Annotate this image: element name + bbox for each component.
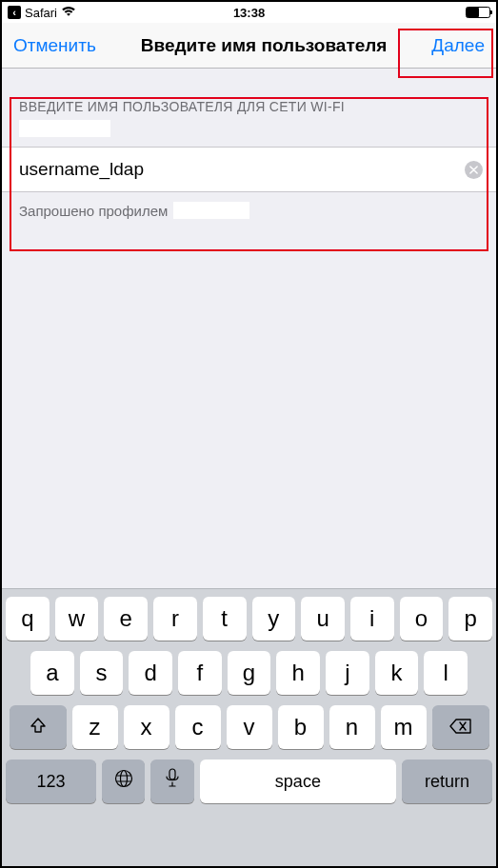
keyboard-row-4: 123 space return bbox=[6, 760, 492, 803]
key-q[interactable]: q bbox=[6, 597, 50, 641]
key-space[interactable]: space bbox=[200, 760, 396, 803]
status-bar: ‹ Safari 13:38 bbox=[2, 2, 496, 23]
close-icon bbox=[469, 161, 478, 178]
microphone-icon bbox=[165, 768, 180, 795]
backspace-icon bbox=[449, 714, 472, 740]
svg-rect-2 bbox=[169, 769, 175, 779]
next-button[interactable]: Далее bbox=[431, 35, 485, 56]
key-c[interactable]: c bbox=[175, 705, 221, 749]
key-m[interactable]: m bbox=[381, 705, 427, 749]
redacted-profile-name bbox=[173, 202, 249, 219]
key-v[interactable]: v bbox=[227, 705, 272, 749]
battery-icon bbox=[466, 7, 490, 18]
username-row[interactable] bbox=[2, 147, 496, 192]
footer-prefix: Запрошено профилем bbox=[19, 203, 168, 219]
key-i[interactable]: i bbox=[350, 597, 394, 641]
key-g[interactable]: g bbox=[228, 651, 271, 695]
key-r[interactable]: r bbox=[153, 597, 197, 641]
back-to-app-icon[interactable]: ‹ bbox=[8, 6, 21, 19]
key-s[interactable]: s bbox=[80, 651, 124, 695]
key-o[interactable]: o bbox=[400, 597, 444, 641]
nav-bar: Отменить Введите имя пользователя Далее bbox=[2, 23, 496, 69]
key-z[interactable]: z bbox=[72, 705, 118, 749]
key-j[interactable]: j bbox=[326, 651, 369, 695]
wifi-icon bbox=[61, 6, 76, 20]
key-f[interactable]: f bbox=[178, 651, 222, 695]
key-h[interactable]: h bbox=[276, 651, 320, 695]
key-t[interactable]: t bbox=[203, 597, 247, 641]
keyboard-row-1: q w e r t y u i o p bbox=[6, 597, 492, 641]
key-d[interactable]: d bbox=[129, 651, 172, 695]
key-l[interactable]: l bbox=[424, 651, 468, 695]
cancel-button[interactable]: Отменить bbox=[13, 35, 96, 56]
key-b[interactable]: b bbox=[278, 705, 324, 749]
shift-icon bbox=[29, 714, 48, 740]
key-u[interactable]: u bbox=[301, 597, 345, 641]
key-globe[interactable] bbox=[102, 760, 145, 803]
redacted-network-name bbox=[19, 120, 110, 137]
status-app-name: Safari bbox=[25, 6, 57, 20]
key-p[interactable]: p bbox=[448, 597, 492, 641]
key-x[interactable]: x bbox=[124, 705, 169, 749]
key-a[interactable]: a bbox=[30, 651, 74, 695]
section-footer: Запрошено профилем bbox=[2, 192, 496, 228]
clear-input-button[interactable] bbox=[465, 161, 483, 179]
key-e[interactable]: e bbox=[104, 597, 148, 641]
status-right bbox=[466, 7, 490, 18]
key-return[interactable]: return bbox=[402, 760, 492, 803]
section-header: ВВЕДИТЕ ИМЯ ПОЛЬЗОВАТЕЛЯ ДЛЯ СЕТИ WI-FI bbox=[2, 69, 496, 118]
key-y[interactable]: y bbox=[252, 597, 296, 641]
status-left: ‹ Safari bbox=[8, 6, 76, 20]
key-k[interactable]: k bbox=[375, 651, 419, 695]
svg-point-1 bbox=[120, 771, 127, 787]
keyboard: q w e r t y u i o p a s d f g h j k l z … bbox=[2, 588, 496, 866]
globe-icon bbox=[113, 768, 134, 795]
username-input[interactable] bbox=[19, 159, 465, 180]
key-backspace[interactable] bbox=[432, 705, 489, 749]
page-title: Введите имя пользователя bbox=[141, 35, 388, 56]
keyboard-row-3: z x c v b n m bbox=[6, 705, 492, 749]
key-dictation[interactable] bbox=[150, 760, 193, 803]
key-shift[interactable] bbox=[10, 705, 67, 749]
key-n[interactable]: n bbox=[329, 705, 375, 749]
key-numeric[interactable]: 123 bbox=[6, 760, 96, 803]
key-w[interactable]: w bbox=[55, 597, 99, 641]
content-area: ВВЕДИТЕ ИМЯ ПОЛЬЗОВАТЕЛЯ ДЛЯ СЕТИ WI-FI … bbox=[2, 69, 496, 588]
svg-point-0 bbox=[115, 771, 131, 787]
keyboard-row-2: a s d f g h j k l bbox=[6, 651, 492, 695]
